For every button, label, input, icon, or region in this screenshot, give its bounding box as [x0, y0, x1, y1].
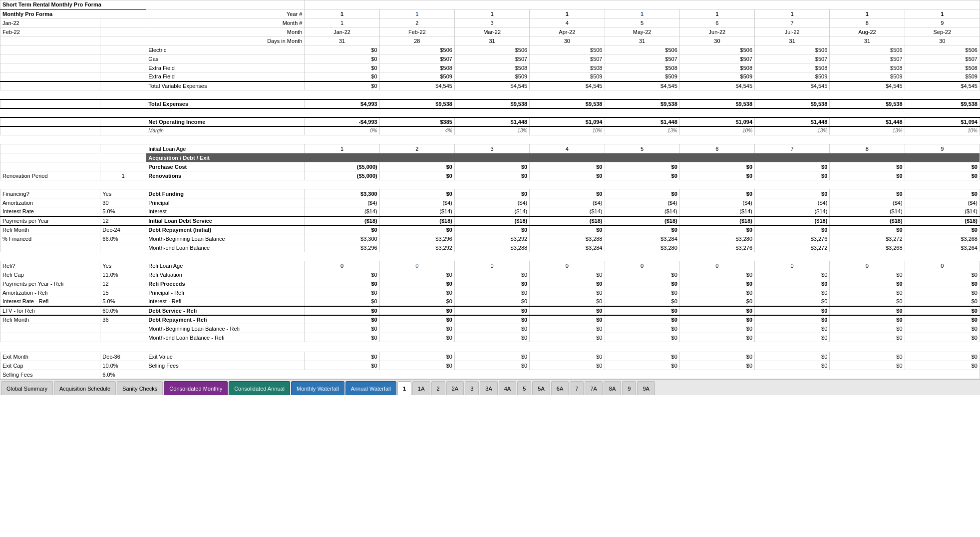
extra-field1-row: Extra Field $0 $508 $508 $508 $508 $508 … [0, 63, 980, 72]
month-beg-balance-refi-label: Month-Beginning Loan Balance - Refi [146, 324, 305, 333]
tab-global-summary[interactable]: Global Summary [1, 381, 53, 395]
tab-monthly-waterfall[interactable]: Monthly Waterfall [291, 381, 344, 395]
electric-8: $506 [905, 45, 980, 54]
spreadsheet: Short Term Rental Monthly Pro Forma Mont… [0, 0, 980, 379]
selling-fees-label-row: Selling Fees 6.0% [0, 370, 980, 379]
total-variable-label: Total Variable Expenses [146, 81, 305, 90]
total-expenses-row: Total Expenses $4,993 $9,538 $9,538 $9,5… [0, 99, 980, 108]
tab-consolidated-annual[interactable]: Consolidated Annual [229, 381, 290, 395]
month-label: Month # [146, 18, 305, 27]
spacer3 [0, 135, 980, 144]
refi-valuation-label: Refi Valuation [146, 270, 305, 279]
month-label2: Feb-22 [0, 27, 100, 36]
acquisition-header: Acquisition / Debt / Exit [146, 153, 980, 162]
interest-rate-refi-label: Interest Rate - Refi [0, 297, 100, 306]
col8-days: 31 [830, 36, 905, 45]
debt-repayment-refi-label: Debt Repayment - Refi [146, 315, 305, 324]
amortization-refi-value: 15 [100, 288, 146, 297]
debt-repayment-initial-row: Refi Month Dec-24 Debt Repayment (Initia… [0, 225, 980, 234]
tab-consolidated-monthly[interactable]: Consolidated Monthly [164, 381, 228, 395]
col1-days: 31 [305, 36, 379, 45]
tab-bar: Global Summary Acquisition Schedule Sani… [0, 379, 980, 395]
id-row: Jan-22 Month # 1 2 3 4 5 6 7 8 9 [0, 18, 980, 27]
month-beg-balance-label: Month-Beginning Loan Balance [146, 234, 305, 243]
total-variable-row: Total Variable Expenses $0 $4,545 $4,545… [0, 81, 980, 90]
tab-6a[interactable]: 6A [551, 381, 569, 395]
refi-month2-label: Refi Month [0, 315, 100, 324]
interest-rate-label: Interest Rate [0, 207, 100, 216]
tab-3a[interactable]: 3A [480, 381, 497, 395]
spacer1 [0, 90, 980, 99]
payments-year-refi-label: Payments per Year - Refi [0, 279, 100, 288]
principal-row: Amortization 30 Principal ($4) ($4) ($4)… [0, 198, 980, 207]
renovations-label: Renovations [146, 171, 305, 180]
tab-sanity-checks[interactable]: Sanity Checks [117, 381, 163, 395]
col3-month: 3 [454, 18, 529, 27]
tab-3[interactable]: 3 [465, 381, 479, 395]
renovation-period-value: 1 [100, 171, 146, 180]
extra-field2-row: Extra Field $0 $509 $509 $509 $509 $509 … [0, 72, 980, 81]
refi-cap-label: Refi Cap [0, 270, 100, 279]
selling-fees-label: Selling Fees [146, 361, 305, 370]
exit-cap-value: 10.0% [100, 361, 146, 370]
tab-5[interactable]: 5 [517, 381, 531, 395]
col9-days: 30 [905, 36, 980, 45]
refi-loan-age-row: Refi? Yes Refi Loan Age 0 0 0 0 0 0 0 0 … [0, 261, 980, 270]
col6-days: 30 [679, 36, 754, 45]
refi-proceeds-label: Refi Proceeds [146, 279, 305, 288]
col2-year: 1 [379, 9, 454, 18]
col4-days: 30 [530, 36, 605, 45]
interest-refi-label: Interest - Refi [146, 297, 305, 306]
exit-month-label: Exit Month [0, 352, 100, 361]
tab-annual-waterfall[interactable]: Annual Waterfall [345, 381, 396, 395]
purchase-cost-row: Purchase Cost ($5,000) $0 $0 $0 $0 $0 $0… [0, 162, 980, 171]
tab-8a[interactable]: 8A [604, 381, 621, 395]
tab-4a[interactable]: 4A [499, 381, 516, 395]
col8-name: Aug-22 [830, 27, 905, 36]
renovation-period-label: Renovation Period [0, 171, 100, 180]
tab-9a[interactable]: 9A [637, 381, 654, 395]
tab-1a[interactable]: 1A [412, 381, 430, 395]
month-end-balance-refi-label: Month-end Loan Balance - Refi [146, 333, 305, 342]
col5-year: 1 [605, 9, 679, 18]
selling-fees-row: Exit Cap 10.0% Selling Fees $0 $0 $0 $0 … [0, 361, 980, 370]
col4-year: 1 [530, 9, 605, 18]
month-end-balance-row: Month-end Loan Balance $3,296 $3,292 $3,… [0, 243, 980, 252]
col4-name: Apr-22 [530, 27, 605, 36]
debt-service-refi-row: LTV - for Refi 60.0% Debt Service - Refi… [0, 306, 980, 315]
initial-loan-ds-label: Initial Loan Debt Service [146, 216, 305, 225]
tab-7[interactable]: 7 [570, 381, 584, 395]
tab-5a[interactable]: 5A [532, 381, 550, 395]
col2-month: 2 [379, 18, 454, 27]
col7-name: Jul-22 [755, 27, 830, 36]
tab-7a[interactable]: 7A [585, 381, 602, 395]
refi-month2-value: 36 [100, 315, 146, 324]
col1-month: 1 [305, 18, 379, 27]
acquisition-header-row: Acquisition / Debt / Exit [0, 153, 980, 162]
debt-funding-label: Debt Funding [146, 189, 305, 198]
tab-9[interactable]: 9 [622, 381, 636, 395]
tab-1[interactable]: 1 [397, 381, 411, 395]
col8-year: 1 [830, 9, 905, 18]
principal-label: Principal [146, 198, 305, 207]
tab-2a[interactable]: 2A [446, 381, 464, 395]
purchase-cost-label: Purchase Cost [146, 162, 305, 171]
id-label1: Jan-22 [0, 18, 100, 27]
tab-acquisition-schedule[interactable]: Acquisition Schedule [54, 381, 116, 395]
pct-financed-label: % Financed [0, 234, 100, 243]
col9-name: Sep-22 [905, 27, 980, 36]
col1-year: 1 [305, 9, 379, 18]
col7-year: 1 [755, 9, 830, 18]
col7-month: 7 [755, 18, 830, 27]
tab-2[interactable]: 2 [431, 381, 445, 395]
principal-refi-label: Principal - Refi [146, 288, 305, 297]
col8-month: 8 [830, 18, 905, 27]
extra-field2-label: Extra Field [146, 72, 305, 81]
electric-7: $506 [830, 45, 905, 54]
pct-financed-value: 66.0% [100, 234, 146, 243]
month-beg-balance-refi-row: Month-Beginning Loan Balance - Refi $0 $… [0, 324, 980, 333]
electric-1: $506 [379, 45, 454, 54]
initial-loan-ds-row: Payments per Year 12 Initial Loan Debt S… [0, 216, 980, 225]
col6-month: 6 [679, 18, 754, 27]
initial-loan-age-row: Initial Loan Age 1 2 3 4 5 6 7 8 9 [0, 144, 980, 153]
